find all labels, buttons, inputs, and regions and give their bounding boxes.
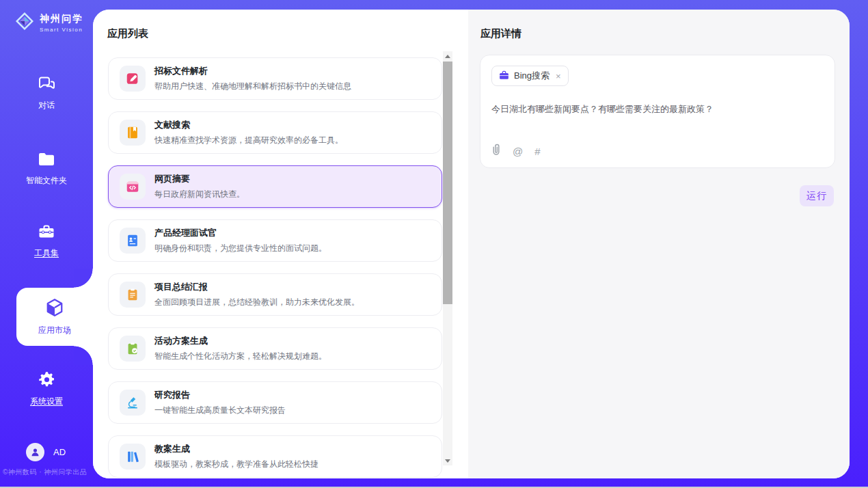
close-icon[interactable]: × [556, 71, 561, 81]
brand-logo: 神州问学 Smart Vision [14, 10, 83, 35]
sidebar-item-system-settings[interactable]: 系统设置 [0, 370, 93, 407]
app-name: 网页摘要 [154, 173, 245, 185]
tool-tag-bing-search[interactable]: Bing搜索 × [491, 66, 569, 86]
clipboard-check-icon [120, 336, 146, 362]
app-description: 快速精准查找学术资源，提高研究效率的必备工具。 [154, 135, 343, 146]
tab-curve-bottom [74, 346, 93, 365]
app-description: 每日政府新闻资讯快查。 [154, 189, 245, 200]
toolbox-icon [37, 231, 56, 243]
app-description: 明确身份和职责，为您提供专业性的面试问题。 [154, 243, 327, 254]
main-content: 应用列表 招标文件解析帮助用户快速、准确地理解和解析招标书中的关键信息文献搜索快… [93, 10, 850, 478]
scrollbar-up-arrow-icon[interactable] [443, 51, 452, 61]
gear-icon [38, 379, 56, 391]
tab-curve-top [74, 269, 93, 288]
app-name: 招标文件解析 [154, 65, 351, 77]
scrollbar-down-arrow-icon[interactable] [443, 456, 452, 465]
app-description: 全面回顾项目进展，总结经验教训，助力未来优化发展。 [154, 297, 360, 308]
at-icon[interactable]: @ [513, 146, 523, 157]
copyright-footer: ©神州数码 · 神州问学出品 [3, 467, 98, 477]
app-detail-panel: 应用详情 Bing搜索 × 今日湖北有哪些新闻要点？有哪些需要关注的最新政策？ [468, 10, 850, 478]
app-name: 文献搜索 [154, 119, 343, 131]
app-description: 模板驱动，教案秒成，教学准备从此轻松快捷 [154, 459, 318, 470]
sidebar-item-label: 对话 [0, 100, 93, 111]
app-name: 项目总结汇报 [154, 281, 360, 293]
list-item[interactable]: 网页摘要每日政府新闻资讯快查。 [108, 165, 442, 208]
sidebar-item-toolset[interactable]: 工具集 [0, 223, 93, 259]
list-item[interactable]: 产品经理面试官明确身份和职责，为您提供专业性的面试问题。 [108, 219, 442, 262]
user-profile[interactable]: AD [26, 443, 66, 461]
app-name: 教案生成 [154, 443, 318, 455]
list-item[interactable]: 文献搜索快速精准查找学术资源，提高研究效率的必备工具。 [108, 111, 442, 154]
app-name: 活动方案生成 [154, 335, 327, 347]
attachment-toolbar: @ # [491, 144, 541, 159]
hash-icon[interactable]: # [534, 146, 540, 157]
book-icon [120, 120, 146, 146]
chat-icon [37, 83, 56, 95]
scrollbar[interactable] [443, 51, 452, 465]
pen-edit-icon [120, 66, 146, 92]
list-item[interactable]: 教案生成模板驱动，教案秒成，教学准备从此轻松快捷 [108, 435, 442, 478]
paperclip-icon[interactable] [491, 144, 501, 159]
clipboard-icon [120, 282, 146, 308]
cube-icon [44, 297, 65, 321]
sidebar-item-chat[interactable]: 对话 [0, 75, 93, 111]
prompt-input[interactable]: 今日湖北有哪些新闻要点？有哪些需要关注的最新政策？ [491, 103, 819, 116]
sidebar-item-label: 工具集 [0, 247, 93, 259]
sidebar-item-label: 应用市场 [38, 325, 71, 336]
user-avatar-icon [26, 443, 44, 461]
tool-tag-label: Bing搜索 [514, 70, 550, 82]
app-detail-title: 应用详情 [480, 27, 521, 40]
prompt-card: Bing搜索 × 今日湖北有哪些新闻要点？有哪些需要关注的最新政策？ @ # [480, 55, 835, 168]
diamond-logo-icon [14, 10, 36, 35]
sidebar-item-app-market[interactable]: 应用市场 [16, 288, 93, 346]
sidebar: 神州问学 Smart Vision 对话 智能文件夹 [0, 0, 93, 488]
sidebar-item-label: 智能文件夹 [0, 175, 93, 187]
app-name: 研究报告 [154, 389, 286, 401]
run-button[interactable]: 运行 [800, 185, 834, 206]
brand-name: 神州问学 [40, 13, 83, 24]
list-item[interactable]: 招标文件解析帮助用户快速、准确地理解和解析招标书中的关键信息 [108, 57, 442, 100]
briefcase-icon [499, 70, 509, 82]
brand-tagline: Smart Vision [40, 27, 83, 33]
microscope-icon [120, 390, 146, 416]
app-list-panel: 应用列表 招标文件解析帮助用户快速、准确地理解和解析招标书中的关键信息文献搜索快… [93, 10, 468, 478]
sidebar-item-smart-folders[interactable]: 智能文件夹 [0, 150, 93, 187]
app-description: 帮助用户快速、准确地理解和解析招标书中的关键信息 [154, 81, 351, 92]
list-item[interactable]: 研究报告一键智能生成高质量长文本研究报告 [108, 381, 442, 424]
app-description: 智能生成个性化活动方案，轻松解决规划难题。 [154, 351, 327, 362]
browser-code-icon [120, 174, 146, 200]
app-list: 招标文件解析帮助用户快速、准确地理解和解析招标书中的关键信息文献搜索快速精准查找… [108, 57, 442, 478]
books-icon [120, 444, 146, 470]
app-name: 产品经理面试官 [154, 227, 327, 239]
scrollbar-thumb[interactable] [443, 62, 452, 304]
list-item[interactable]: 项目总结汇报全面回顾项目进展，总结经验教训，助力未来优化发展。 [108, 273, 442, 316]
user-initials: AD [53, 447, 66, 457]
app-list-title: 应用列表 [107, 27, 148, 40]
folder-icon [37, 159, 56, 170]
list-item[interactable]: 活动方案生成智能生成个性化活动方案，轻松解决规划难题。 [108, 327, 442, 370]
resume-icon [120, 228, 146, 254]
sidebar-item-label: 系统设置 [0, 396, 93, 407]
app-description: 一键智能生成高质量长文本研究报告 [154, 405, 286, 416]
